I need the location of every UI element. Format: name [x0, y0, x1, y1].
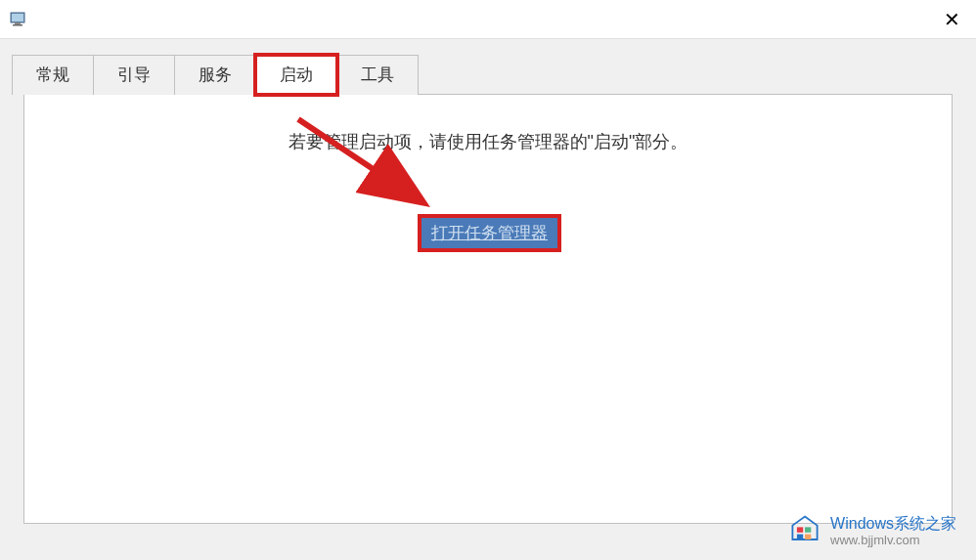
open-task-manager-link[interactable]: 打开任务管理器 [421, 218, 557, 248]
watermark-title: Windows系统之家 [830, 514, 956, 533]
tabs-container: 常规 引导 服务 启动 工具 若要管理启动项，请使用任务管理器的"启动"部分。 [0, 39, 976, 524]
tab-general[interactable]: 常规 [12, 55, 94, 95]
svg-rect-1 [12, 14, 23, 22]
close-icon: ✕ [944, 8, 960, 31]
tab-label: 工具 [361, 65, 394, 84]
svg-rect-7 [805, 527, 811, 532]
tab-boot[interactable]: 引导 [93, 55, 175, 95]
close-button[interactable]: ✕ [937, 5, 966, 34]
tab-label: 引导 [117, 65, 151, 84]
startup-info-text: 若要管理启动项，请使用任务管理器的"启动"部分。 [64, 130, 912, 153]
tabs: 常规 引导 服务 启动 工具 [12, 55, 964, 95]
watermark: Windows系统之家 www.bjjmlv.com [787, 513, 956, 548]
svg-rect-6 [797, 527, 803, 532]
svg-rect-8 [797, 535, 803, 539]
tab-label: 服务 [199, 65, 232, 84]
tab-label: 启动 [280, 65, 313, 84]
app-icon [8, 10, 27, 29]
tab-label: 常规 [36, 65, 69, 84]
content-area: 若要管理启动项，请使用任务管理器的"启动"部分。 打开任务管理器 [23, 94, 953, 524]
annotation-arrow [288, 109, 465, 227]
svg-rect-2 [15, 22, 21, 24]
tab-startup[interactable]: 启动 [255, 55, 337, 95]
svg-rect-3 [13, 24, 22, 26]
watermark-text: Windows系统之家 www.bjjmlv.com [830, 514, 956, 548]
link-label: 打开任务管理器 [431, 224, 548, 242]
watermark-url: www.bjjmlv.com [830, 533, 956, 548]
watermark-logo-icon [787, 513, 822, 548]
tab-tools[interactable]: 工具 [336, 55, 419, 95]
titlebar: ✕ [0, 0, 976, 39]
svg-rect-9 [805, 535, 811, 539]
tab-services[interactable]: 服务 [174, 55, 256, 95]
